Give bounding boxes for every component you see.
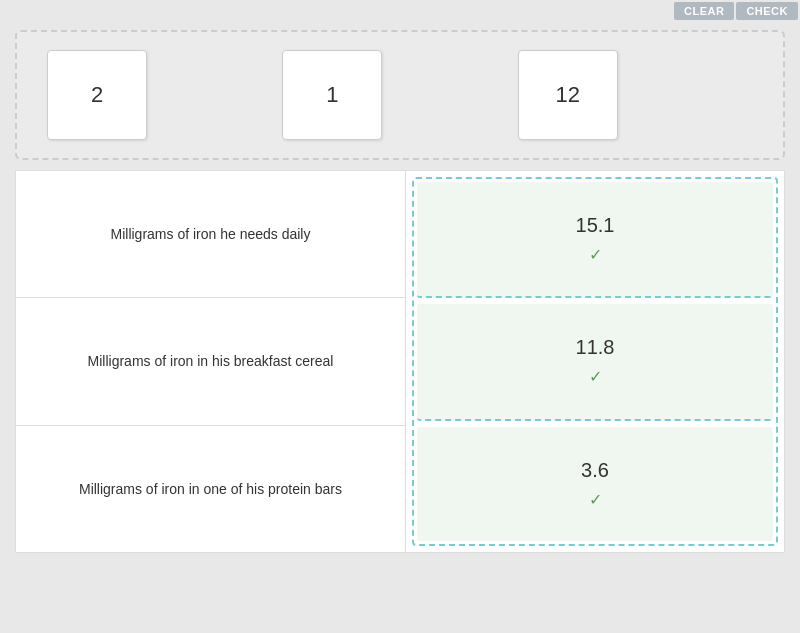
answer-value-1: 15.1	[576, 214, 615, 237]
checkmark-1: ✓	[589, 245, 602, 264]
clear-button[interactable]: CLEAR	[674, 2, 734, 20]
toolbar: CLEAR CHECK	[672, 0, 800, 22]
answer-value-3: 3.6	[581, 459, 609, 482]
drag-tile-2[interactable]: 1	[282, 50, 382, 140]
answer-value-2: 11.8	[576, 336, 615, 359]
answer-cell-3[interactable]: 3.6 ✓	[417, 427, 773, 541]
answer-cell-2[interactable]: 11.8 ✓	[417, 304, 773, 420]
checkmark-2: ✓	[589, 367, 602, 386]
table-area: Milligrams of iron he needs daily Millig…	[15, 170, 785, 553]
checkmark-3: ✓	[589, 490, 602, 509]
label-column: Milligrams of iron he needs daily Millig…	[16, 171, 406, 552]
drag-tile-3[interactable]: 12	[518, 50, 618, 140]
drag-tile-1[interactable]: 2	[47, 50, 147, 140]
label-cell-2: Milligrams of iron in his breakfast cere…	[16, 298, 405, 425]
check-button[interactable]: CHECK	[736, 2, 798, 20]
drag-area: 2 1 12	[15, 30, 785, 160]
answer-column: 15.1 ✓ 11.8 ✓ 3.6 ✓	[412, 177, 778, 546]
answer-cell-1[interactable]: 15.1 ✓	[417, 182, 773, 298]
label-cell-1: Milligrams of iron he needs daily	[16, 171, 405, 298]
label-cell-3: Milligrams of iron in one of his protein…	[16, 426, 405, 552]
